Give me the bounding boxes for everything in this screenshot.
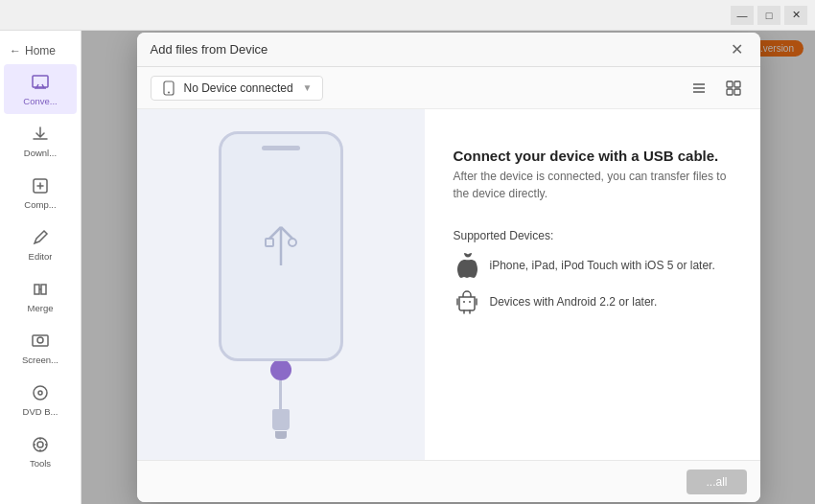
sidebar-item-convert-label: Conve... [23, 96, 57, 106]
apple-icon [454, 252, 480, 279]
phone-area [137, 109, 425, 460]
device-item-apple: iPhone, iPad, iPod Touch with iOS 5 or l… [454, 252, 732, 279]
modal-footer: ...all [137, 460, 760, 502]
device-item-android: Devices with Android 2.2 or later. [454, 288, 732, 315]
convert-icon [30, 72, 51, 93]
sidebar-item-compress-label: Comp... [24, 199, 56, 210]
sidebar-item-tools[interactable]: Tools [4, 426, 77, 476]
supported-devices-section: Supported Devices: iPhone, iPad, iPod [454, 218, 732, 315]
svg-point-4 [34, 386, 47, 400]
title-bar: — □ ✕ [0, 0, 815, 31]
window-controls: — □ ✕ [731, 6, 807, 25]
svg-point-9 [168, 91, 170, 93]
svg-point-5 [38, 391, 42, 395]
minimize-button[interactable]: — [731, 6, 754, 25]
svg-rect-0 [33, 76, 48, 87]
phone-frame [219, 131, 343, 361]
svg-rect-15 [727, 89, 733, 95]
svg-point-3 [37, 337, 43, 343]
usb-plug-end [275, 431, 287, 439]
info-area: Connect your device with a USB cable. Af… [425, 109, 760, 460]
android-device-text: Devices with Android 2.2 or later. [490, 295, 658, 309]
merge-icon [30, 279, 51, 300]
usb-symbol [258, 218, 304, 275]
screen-icon [30, 331, 51, 352]
list-view-icon [691, 80, 707, 96]
usb-connector-dot [270, 359, 291, 380]
tools-icon [30, 434, 51, 455]
sidebar-item-merge-label: Merge [28, 303, 54, 313]
usb-plug-head [272, 409, 290, 430]
usb-cable [270, 359, 291, 439]
svg-rect-20 [266, 239, 273, 246]
modal-close-button[interactable]: ✕ [728, 40, 747, 59]
svg-point-7 [37, 442, 43, 447]
list-view-button[interactable] [686, 75, 712, 102]
sidebar-item-screen-label: Screen... [22, 355, 58, 365]
connect-title: Connect your device with a USB cable. [454, 148, 732, 164]
back-arrow-icon: ← [10, 44, 21, 57]
sidebar-item-dvd[interactable]: DVD B... [4, 375, 77, 424]
sidebar-item-download[interactable]: Downl... [4, 116, 77, 166]
grid-view-button[interactable] [720, 75, 747, 102]
svg-line-19 [281, 227, 292, 239]
main-content: ...version Add files from Device ✕ [82, 31, 815, 504]
android-icon [454, 288, 480, 315]
connect-desc: After the device is connected, you can t… [454, 168, 732, 202]
svg-point-6 [34, 438, 47, 451]
dropdown-chevron-icon: ▼ [303, 82, 313, 93]
device-select-value: No Device connected [184, 81, 293, 95]
sidebar-item-merge[interactable]: Merge [4, 271, 77, 321]
app-window: — □ ✕ ← Home Conve... [0, 0, 815, 504]
svg-point-22 [463, 301, 465, 303]
editor-icon [30, 227, 51, 248]
device-select-phone-icon [161, 80, 176, 96]
sidebar-item-editor-label: Editor [29, 251, 53, 262]
sidebar-item-compress[interactable]: Comp... [4, 168, 77, 218]
modal-body: Connect your device with a USB cable. Af… [137, 109, 760, 460]
app-body: ← Home Conve... [0, 31, 815, 504]
grid-view-icon [726, 80, 741, 96]
usb-cable-line [279, 380, 282, 409]
modal-dialog: Add files from Device ✕ [137, 33, 760, 502]
modal-titlebar: Add files from Device ✕ [137, 33, 760, 67]
modal-toolbar: No Device connected ▼ [137, 67, 760, 109]
sidebar-item-download-label: Downl... [24, 148, 57, 158]
svg-rect-13 [727, 81, 733, 87]
phone-illustration [219, 131, 343, 439]
home-label: Home [25, 44, 56, 57]
modal-overlay: Add files from Device ✕ [82, 31, 815, 504]
maximize-button[interactable]: □ [757, 6, 780, 25]
toolbar-right [686, 75, 747, 102]
svg-rect-14 [734, 81, 740, 87]
sidebar-item-convert[interactable]: Conve... [4, 64, 77, 114]
compress-icon [30, 175, 51, 196]
app-close-button[interactable]: ✕ [784, 6, 807, 25]
apple-device-text: iPhone, iPad, iPod Touch with iOS 5 or l… [490, 259, 715, 272]
svg-point-23 [469, 301, 471, 303]
svg-point-21 [289, 239, 296, 246]
sidebar: ← Home Conve... [0, 31, 82, 504]
sidebar-item-editor[interactable]: Editor [4, 219, 77, 269]
supported-label: Supported Devices: [454, 229, 732, 242]
sidebar-item-screen[interactable]: Screen... [4, 323, 77, 373]
svg-rect-16 [734, 89, 740, 95]
add-all-button[interactable]: ...all [687, 470, 746, 494]
device-select-dropdown[interactable]: No Device connected ▼ [151, 76, 323, 101]
dvd-icon [30, 382, 51, 403]
modal-title: Add files from Device [151, 42, 728, 57]
sidebar-item-dvd-label: DVD B... [23, 406, 58, 417]
sidebar-item-tools-label: Tools [30, 458, 51, 469]
sidebar-back-button[interactable]: ← Home [0, 38, 81, 63]
download-icon [30, 124, 51, 145]
svg-line-18 [269, 227, 281, 239]
